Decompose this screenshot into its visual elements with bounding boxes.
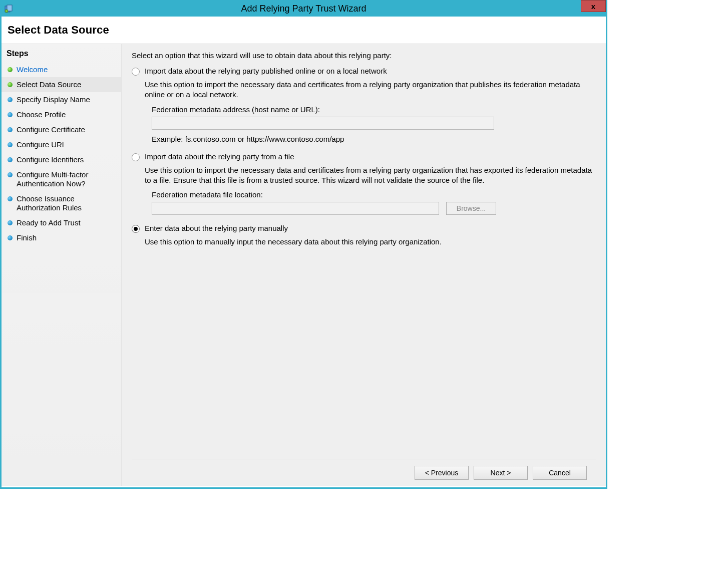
step-bullet-icon: [8, 235, 13, 240]
step-item-7[interactable]: Configure Multi-factor Authentication No…: [2, 167, 121, 191]
step-label: Configure Identifiers: [17, 155, 84, 164]
metadata-address-input[interactable]: [152, 117, 494, 130]
step-label: Choose Profile: [17, 110, 66, 119]
next-button[interactable]: Next >: [474, 466, 528, 480]
metadata-address-label: Federation metadata address (host name o…: [152, 105, 596, 114]
step-item-5[interactable]: Configure URL: [2, 137, 121, 152]
step-item-9[interactable]: Ready to Add Trust: [2, 215, 121, 230]
metadata-file-label: Federation metadata file location:: [152, 190, 596, 199]
step-bullet-icon: [8, 82, 13, 87]
close-button[interactable]: x: [581, 0, 606, 12]
step-bullet-icon: [8, 157, 13, 162]
wizard-footer: < Previous Next > Cancel: [132, 459, 596, 486]
wizard-window: Add Relying Party Trust Wizard x Select …: [0, 0, 607, 489]
step-label: Configure Multi-factor Authentication No…: [17, 170, 116, 188]
steps-sidebar: Steps WelcomeSelect Data SourceSpecify D…: [2, 44, 122, 486]
step-label: Welcome: [17, 65, 48, 74]
page-heading-band: Select Data Source: [2, 17, 606, 44]
step-item-10[interactable]: Finish: [2, 230, 121, 245]
step-bullet-icon: [8, 97, 13, 102]
step-bullet-icon: [8, 67, 13, 72]
option-manual: Enter data about the relying party manua…: [132, 224, 596, 247]
step-label: Choose Issuance Authorization Rules: [17, 194, 116, 212]
metadata-file-input[interactable]: [152, 202, 439, 215]
option-manual-title: Enter data about the relying party manua…: [145, 224, 288, 232]
close-icon: x: [591, 3, 595, 10]
wizard-body: Steps WelcomeSelect Data SourceSpecify D…: [2, 44, 606, 486]
browse-button[interactable]: Browse...: [446, 202, 496, 215]
metadata-address-example: Example: fs.contoso.com or https://www.c…: [152, 135, 596, 143]
step-bullet-icon: [8, 127, 13, 132]
step-bullet-icon: [8, 220, 13, 225]
step-item-8[interactable]: Choose Issuance Authorization Rules: [2, 191, 121, 215]
steps-header: Steps: [2, 48, 121, 62]
page-title: Select Data Source: [8, 24, 606, 37]
app-icon: [5, 5, 14, 14]
option-import-file: Import data about the relying party from…: [132, 152, 596, 215]
step-item-2[interactable]: Specify Display Name: [2, 92, 121, 107]
option-import-online-desc: Use this option to import the necessary …: [145, 80, 596, 100]
step-label: Configure URL: [17, 140, 66, 149]
step-item-3[interactable]: Choose Profile: [2, 107, 121, 122]
step-item-0[interactable]: Welcome: [2, 62, 121, 77]
option-manual-desc: Use this option to manually input the ne…: [145, 237, 596, 247]
instruction-text: Select an option that this wizard will u…: [132, 51, 596, 60]
step-bullet-icon: [8, 196, 13, 201]
step-label: Specify Display Name: [17, 95, 90, 104]
previous-button[interactable]: < Previous: [415, 466, 469, 480]
step-label: Select Data Source: [17, 80, 81, 89]
step-label: Ready to Add Trust: [17, 218, 81, 227]
radio-manual[interactable]: [132, 225, 140, 233]
cancel-button[interactable]: Cancel: [533, 466, 587, 480]
radio-import-online[interactable]: [132, 68, 140, 76]
step-item-1[interactable]: Select Data Source: [2, 77, 121, 92]
option-import-file-desc: Use this option to import the necessary …: [145, 165, 596, 186]
radio-import-file[interactable]: [132, 153, 140, 161]
svg-point-2: [5, 10, 8, 13]
step-bullet-icon: [8, 112, 13, 117]
title-bar[interactable]: Add Relying Party Trust Wizard x: [2, 2, 606, 17]
step-item-4[interactable]: Configure Certificate: [2, 122, 121, 137]
step-bullet-icon: [8, 142, 13, 147]
main-panel: Select an option that this wizard will u…: [122, 44, 606, 486]
option-import-online-title: Import data about the relying party publ…: [145, 67, 387, 75]
step-label: Finish: [17, 233, 37, 242]
step-bullet-icon: [8, 172, 13, 177]
step-label: Configure Certificate: [17, 125, 85, 134]
window-title: Add Relying Party Trust Wizard: [2, 4, 606, 14]
step-item-6[interactable]: Configure Identifiers: [2, 152, 121, 167]
option-import-file-title: Import data about the relying party from…: [145, 152, 294, 161]
option-import-online: Import data about the relying party publ…: [132, 67, 596, 143]
